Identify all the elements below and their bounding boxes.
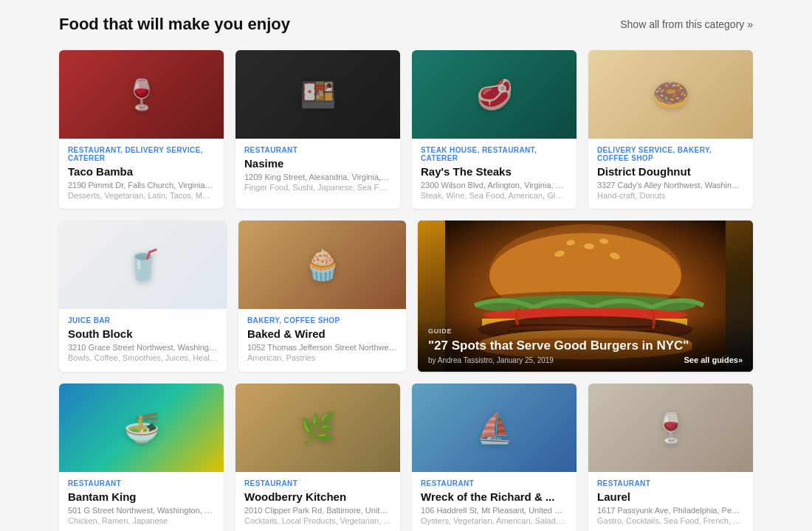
card-category: RESTAURANT (421, 479, 568, 487)
row-1: 🍷RESTAURANT, DELIVERY SERVICE, CATERERTa… (59, 50, 753, 209)
section-title: Food that will make you enjoy (59, 15, 290, 34)
card-tags: American, Pastries (247, 353, 397, 362)
card-name: District Doughnut (597, 165, 744, 178)
card-image: 🧁 (238, 221, 406, 309)
card-tags: Desserts, Vegetarian, Latin, Tacos, Mexi… (68, 191, 215, 200)
restaurant-card[interactable]: 🍷RESTAURANT, DELIVERY SERVICE, CATERERTa… (59, 50, 224, 209)
card-category: RESTAURANT (597, 479, 744, 487)
card-address: 501 G Street Northwest, Washington, Dist… (68, 506, 215, 515)
card-category: DELIVERY SERVICE, BAKERY, COFFEE SHOP (597, 146, 744, 162)
section-header: Food that will make you enjoy Show all f… (59, 15, 753, 34)
restaurant-card[interactable]: 🧁BAKERY, COFFEE SHOPBaked & Wired1052 Th… (238, 221, 406, 372)
row-2: 🥤JUICE BARSouth Block3210 Grace Street N… (59, 221, 753, 372)
show-all-link[interactable]: Show all from this category » (620, 18, 753, 30)
card-tags: Cocktails, Local Products, Vegetarian, A… (244, 516, 391, 525)
restaurant-card[interactable]: 🍱RESTAURANTNasime1209 King Street, Alexa… (235, 50, 400, 209)
card-name: Laurel (597, 490, 744, 503)
card-image: 🍱 (235, 50, 400, 139)
card-address: 1617 Passyunk Ave, Philadelphia, Pennsyl… (597, 506, 744, 515)
card-tags: Steak, Wine, Sea Food, American, Gluten-… (421, 191, 568, 200)
row-3: 🍜RESTAURANTBantam King501 G Street North… (59, 384, 753, 531)
card-name: South Block (68, 327, 218, 340)
card-address: 106 Haddrell St, Mt Pleasant, United Sta… (421, 506, 568, 515)
card-category: STEAK HOUSE, RESTAURANT, CATERER (421, 146, 568, 162)
card-image: 🍷 (588, 384, 753, 472)
card-image: 🍜 (59, 384, 224, 472)
page-container: Food that will make you enjoy Show all f… (0, 0, 812, 531)
card-tags: Hand-craft, Donuts (597, 191, 744, 200)
card-address: 2300 Wilson Blvd, Arlington, Virginia, U… (421, 181, 568, 190)
card-image: ⛵ (412, 384, 577, 472)
card-tags: Bowls, Coffee, Smoothies, Juices, Health… (68, 353, 218, 362)
restaurant-card[interactable]: ⛵RESTAURANTWreck of the Richard & ...106… (412, 384, 577, 531)
card-address: 3210 Grace Street Northwest, Washington.… (68, 343, 218, 352)
card-name: Taco Bamba (68, 165, 215, 178)
card-name: Nasime (244, 157, 391, 170)
restaurant-card[interactable]: 🥤JUICE BARSouth Block3210 Grace Street N… (59, 221, 227, 372)
card-image: 🍷 (59, 50, 224, 139)
card-category: RESTAURANT, DELIVERY SERVICE, CATERER (68, 146, 215, 162)
card-tags: Gastro, Cocktails, Sea Food, French, Ame… (597, 516, 744, 525)
guide-card[interactable]: GUIDE"27 Spots that Serve Good Burgers i… (418, 221, 753, 372)
restaurant-card[interactable]: 🍷RESTAURANTLaurel1617 Passyunk Ave, Phil… (588, 384, 753, 531)
card-name: Ray's The Steaks (421, 165, 568, 178)
guide-title: "27 Spots that Serve Good Burgers in NYC… (428, 338, 743, 353)
card-image: 🍩 (588, 50, 753, 139)
card-address: 1052 Thomas Jefferson Street Northwest,.… (247, 343, 397, 352)
card-category: JUICE BAR (68, 316, 218, 324)
card-tags: Finger Food, Sushi, Japanese, Sea Food (244, 183, 391, 192)
card-name: Woodberry Kitchen (244, 490, 391, 503)
card-category: BAKERY, COFFEE SHOP (247, 316, 397, 324)
card-tags: Oysters, Vegetarian, American, Salad, Wi… (421, 516, 568, 525)
card-image: 🥩 (412, 50, 577, 139)
card-name: Bantam King (68, 490, 215, 503)
guide-see-all-link[interactable]: See all guides» (684, 355, 743, 364)
card-category: RESTAURANT (244, 479, 391, 487)
card-address: 2190 Pimmit Dr, Falls Church, Virginia, … (68, 181, 215, 190)
card-category: RESTAURANT (68, 479, 215, 487)
guide-label: GUIDE (428, 327, 743, 335)
card-address: 3327 Cady's Alley Northwest, Washington.… (597, 181, 744, 190)
restaurant-card[interactable]: 🥩STEAK HOUSE, RESTAURANT, CATERERRay's T… (412, 50, 577, 209)
card-address: 1209 King Street, Alexandria, Virginia, … (244, 173, 391, 181)
card-name: Baked & Wired (247, 327, 397, 340)
card-tags: Chicken, Ramen, Japanese (68, 516, 215, 525)
restaurant-card[interactable]: 🍩DELIVERY SERVICE, BAKERY, COFFEE SHOPDi… (588, 50, 753, 209)
restaurant-card[interactable]: 🌿RESTAURANTWoodberry Kitchen2010 Clipper… (235, 384, 400, 531)
card-address: 2010 Clipper Park Rd, Baltimore, United … (244, 506, 391, 515)
card-name: Wreck of the Richard & ... (421, 490, 568, 503)
card-image: 🌿 (235, 384, 400, 472)
restaurant-card[interactable]: 🍜RESTAURANTBantam King501 G Street North… (59, 384, 224, 531)
card-category: RESTAURANT (244, 146, 391, 154)
card-image: 🥤 (59, 221, 227, 309)
